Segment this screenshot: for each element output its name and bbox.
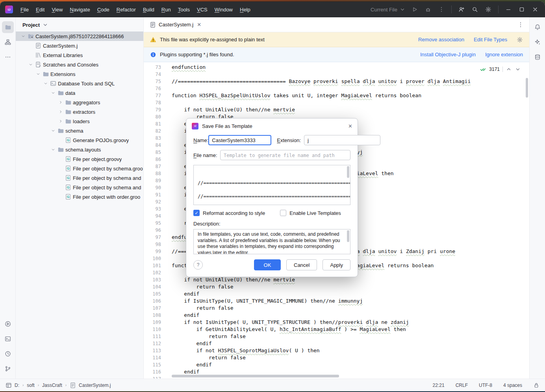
- code-line[interactable]: 77function H3SPEL_BazSpelUnitUslov takes…: [144, 92, 529, 99]
- version-control-button[interactable]: [2, 363, 14, 375]
- project-tool-window-button[interactable]: [2, 21, 14, 33]
- debug-button[interactable]: [422, 4, 434, 15]
- chevron-down-icon[interactable]: [20, 34, 26, 39]
- maximize-button[interactable]: [516, 4, 528, 15]
- database-tool-window-button[interactable]: [532, 51, 543, 63]
- menu-help[interactable]: Help: [236, 5, 254, 14]
- code-line[interactable]: 76: [144, 85, 529, 92]
- tree-item[interactable]: loaders: [16, 116, 143, 126]
- chevron-right-icon[interactable]: [58, 119, 63, 124]
- tree-item[interactable]: Database Tools and SQL: [16, 79, 143, 88]
- inspections-widget[interactable]: 3171: [477, 65, 524, 74]
- structure-tool-window-button[interactable]: [2, 36, 14, 48]
- code-line[interactable]: 113 if not H3SPEL_SoprotMagiaUslov( U ) …: [144, 347, 529, 354]
- next-problem-icon[interactable]: [515, 66, 521, 72]
- editor-horizontal-scrollbar[interactable]: [172, 375, 339, 377]
- more-actions-button[interactable]: [436, 4, 447, 15]
- history-button[interactable]: [2, 348, 14, 360]
- run-tool-window-button[interactable]: [2, 318, 14, 330]
- tree-item[interactable]: External Libraries: [16, 50, 143, 60]
- chevron-down-icon[interactable]: [28, 62, 33, 67]
- previous-problem-icon[interactable]: [506, 66, 512, 72]
- tree-item[interactable]: Extensions: [16, 69, 143, 79]
- description-box[interactable]: In file templates, you can use text, cod…: [193, 229, 350, 254]
- tree-item[interactable]: GFile per object.groovy: [16, 154, 143, 164]
- code-line[interactable]: 111 return false: [144, 333, 529, 340]
- line-separator-widget[interactable]: CRLF: [456, 383, 468, 388]
- code-line[interactable]: 107 return false: [144, 305, 529, 312]
- tree-item[interactable]: CasterSystem.j: [16, 41, 143, 50]
- extension-input[interactable]: [304, 135, 380, 145]
- read-only-lock-icon[interactable]: [533, 382, 539, 388]
- menu-tools[interactable]: Tools: [174, 5, 193, 14]
- dialog-title-bar[interactable]: IJ Save File as Template ✕: [186, 118, 358, 133]
- tool-window-layout-icon[interactable]: [6, 382, 12, 388]
- breadcrumb-folder[interactable]: JassCraft: [42, 383, 62, 388]
- run-configuration-selector[interactable]: Current File: [367, 5, 409, 14]
- code-line[interactable]: 74: [144, 71, 529, 78]
- menu-build[interactable]: Build: [139, 5, 158, 14]
- code-line[interactable]: 108 endif: [144, 312, 529, 319]
- code-line[interactable]: 78: [144, 99, 529, 106]
- tree-item[interactable]: GFile per object with order.groo: [16, 192, 143, 202]
- reformat-checkbox[interactable]: ✓: [193, 210, 200, 216]
- code-line[interactable]: 104 return false: [144, 283, 529, 290]
- code-line[interactable]: 73endfunction: [144, 64, 529, 71]
- chevron-down-icon[interactable]: [50, 91, 56, 95]
- code-with-me-button[interactable]: [456, 4, 467, 15]
- code-line[interactable]: 103 if not UnitAlive(U) then//ne mertvie: [144, 276, 529, 283]
- code-line[interactable]: 106 if IsUnitType(U, UNIT_TYPE_MAGIC_IMM…: [144, 298, 529, 305]
- tree-item[interactable]: GFile per object by schema.groo: [16, 164, 143, 173]
- menu-edit[interactable]: Edit: [32, 5, 48, 14]
- code-line[interactable]: 75//=================================== …: [144, 78, 529, 85]
- run-button[interactable]: [409, 4, 421, 15]
- notifications-button[interactable]: [532, 21, 543, 33]
- tree-item[interactable]: GFile per object by schema and: [16, 173, 143, 183]
- more-tool-windows-button[interactable]: [2, 51, 14, 63]
- edit-file-types-link[interactable]: Edit File Types: [474, 37, 507, 43]
- tree-item[interactable]: schema.layouts: [16, 145, 143, 154]
- code-line[interactable]: 112 endif: [144, 340, 529, 347]
- breadcrumb-drive[interactable]: D:: [15, 383, 19, 388]
- code-line[interactable]: 109 if not IsUnitType( U, UNIT_TYPE_STRU…: [144, 319, 529, 326]
- description-scrollbar[interactable]: [347, 230, 349, 242]
- template-scrollbar[interactable]: [347, 166, 349, 178]
- ignore-extension-link[interactable]: Ignore extension: [485, 52, 523, 57]
- code-line[interactable]: 79 if not UnitAlive(U) then//ne mertvie: [144, 106, 529, 113]
- code-line[interactable]: 115 endif: [144, 361, 529, 368]
- tree-item[interactable]: schema: [16, 126, 143, 135]
- ai-assistant-button[interactable]: [532, 36, 543, 48]
- banner-settings-gear-icon[interactable]: [517, 37, 523, 43]
- live-templates-checkbox[interactable]: [280, 210, 286, 216]
- chevron-down-icon[interactable]: [50, 128, 56, 133]
- chevron-down-icon[interactable]: [43, 81, 48, 86]
- minimize-button[interactable]: [502, 4, 514, 15]
- tab-close-icon[interactable]: ✕: [196, 22, 202, 28]
- chevron-right-icon[interactable]: [58, 100, 63, 105]
- caret-position-widget[interactable]: 22:21: [433, 383, 445, 388]
- menu-navigate[interactable]: Navigate: [66, 5, 93, 14]
- cancel-button[interactable]: Cancel: [286, 259, 317, 270]
- chevron-down-icon[interactable]: [35, 72, 41, 76]
- file-name-input[interactable]: [220, 150, 350, 160]
- remove-association-link[interactable]: Remove association: [418, 37, 464, 43]
- tree-item[interactable]: data: [16, 88, 143, 98]
- tab-options-icon[interactable]: [517, 22, 524, 28]
- install-plugin-link[interactable]: Install Objective-J plugin: [420, 52, 476, 57]
- editor-vertical-scrollbar[interactable]: [526, 78, 528, 98]
- menu-vcs[interactable]: VCS: [193, 5, 211, 14]
- chevron-down-icon[interactable]: [50, 147, 56, 152]
- code-line[interactable]: 110 if GetUnitAbilityLevel( U, h3c_IntAn…: [144, 326, 529, 333]
- menu-code[interactable]: Code: [94, 5, 113, 14]
- tree-item[interactable]: CasterSystem.j8575107222864118666: [16, 31, 143, 41]
- menu-run[interactable]: Run: [158, 5, 174, 14]
- dialog-close-icon[interactable]: ✕: [348, 123, 352, 129]
- indent-widget[interactable]: 4 spaces: [503, 383, 522, 388]
- menu-window[interactable]: Window: [211, 5, 236, 14]
- terminal-tool-window-button[interactable]: [2, 333, 14, 345]
- tree-item[interactable]: Scratches and Consoles: [16, 60, 143, 69]
- tree-item[interactable]: GFile per object by schema and: [16, 183, 143, 192]
- tree-item[interactable]: aggregators: [16, 98, 143, 107]
- encoding-widget[interactable]: UTF-8: [479, 383, 492, 388]
- help-button[interactable]: ?: [193, 260, 203, 270]
